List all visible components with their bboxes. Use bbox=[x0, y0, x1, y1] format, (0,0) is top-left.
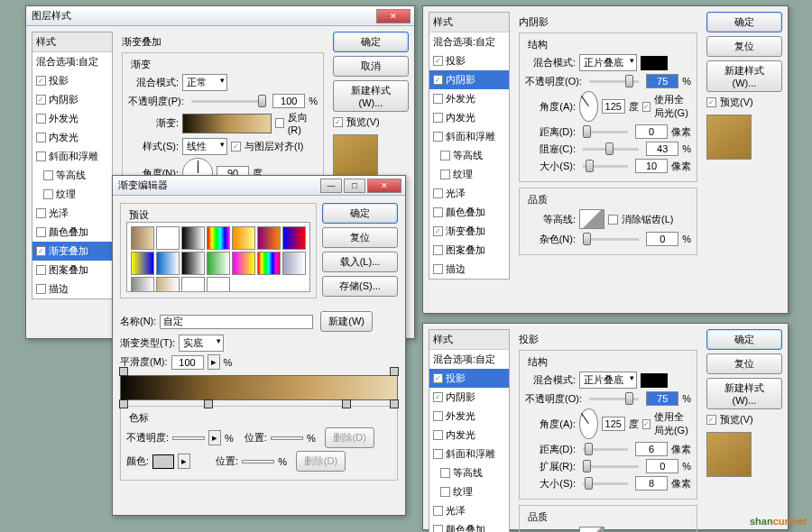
style-item[interactable]: 内发光 bbox=[429, 108, 509, 127]
preview-swatch bbox=[706, 432, 752, 477]
ok-button[interactable]: 确定 bbox=[706, 329, 782, 350]
gradient-preset[interactable] bbox=[257, 226, 281, 250]
cancel-button[interactable]: 取消 bbox=[333, 56, 409, 77]
style-select[interactable]: 线性 bbox=[182, 138, 227, 155]
style-item[interactable]: 光泽 bbox=[32, 204, 112, 223]
style-check[interactable] bbox=[36, 265, 46, 275]
style-check[interactable] bbox=[36, 76, 46, 86]
blend-options[interactable]: 混合选项:自定 bbox=[32, 52, 112, 71]
gradient-preset[interactable] bbox=[207, 252, 230, 275]
style-item[interactable]: 外发光 bbox=[429, 407, 509, 426]
gradient-bar[interactable] bbox=[120, 375, 398, 400]
gradient-preset[interactable] bbox=[181, 226, 205, 250]
style-check[interactable] bbox=[36, 151, 46, 161]
style-item[interactable]: 纹理 bbox=[429, 482, 509, 501]
style-item[interactable]: 投影 bbox=[429, 369, 509, 388]
style-item[interactable]: 内阴影 bbox=[429, 388, 509, 407]
style-item[interactable]: 渐变叠加 bbox=[32, 242, 112, 261]
opacity-input[interactable]: 100 bbox=[272, 94, 305, 108]
style-item[interactable]: 描边 bbox=[429, 260, 509, 279]
gradient-preset[interactable] bbox=[181, 277, 205, 292]
save-button[interactable]: 存储(S)... bbox=[322, 276, 398, 297]
style-item[interactable]: 渐变叠加 bbox=[429, 222, 509, 241]
style-item[interactable]: 光泽 bbox=[429, 184, 509, 203]
gradient-preset[interactable] bbox=[207, 226, 230, 250]
gradient-preset[interactable] bbox=[156, 226, 180, 250]
style-item[interactable]: 外发光 bbox=[32, 109, 112, 128]
style-check[interactable] bbox=[36, 246, 46, 256]
newstyle-button[interactable]: 新建样式(W)... bbox=[333, 80, 409, 112]
style-item[interactable]: 内发光 bbox=[429, 426, 509, 445]
contour-picker[interactable] bbox=[579, 209, 604, 229]
style-check[interactable] bbox=[36, 114, 46, 124]
style-item[interactable]: 内阴影 bbox=[32, 90, 112, 109]
blend-mode-select[interactable]: 正常 bbox=[182, 74, 227, 91]
titlebar[interactable]: 图层样式 ✕ bbox=[26, 6, 414, 26]
gradtype-select[interactable]: 实底 bbox=[179, 335, 224, 352]
style-item[interactable]: 纹理 bbox=[429, 165, 509, 184]
titlebar[interactable]: 渐变编辑器 —□✕ bbox=[113, 176, 405, 196]
style-item[interactable]: 斜面和浮雕 bbox=[429, 127, 509, 146]
style-item[interactable]: 颜色叠加 bbox=[429, 203, 509, 222]
gradient-preset[interactable] bbox=[156, 252, 180, 275]
reverse-check[interactable] bbox=[275, 118, 284, 128]
style-check[interactable] bbox=[43, 170, 53, 180]
gradient-preset[interactable] bbox=[131, 277, 154, 292]
style-item[interactable]: 内阴影 bbox=[429, 70, 509, 89]
style-check[interactable] bbox=[43, 189, 53, 199]
gradient-preset[interactable] bbox=[282, 226, 306, 250]
style-item[interactable]: 外发光 bbox=[429, 89, 509, 108]
new-button[interactable]: 新建(W) bbox=[320, 311, 373, 332]
minimize-icon[interactable]: — bbox=[320, 179, 342, 193]
style-check[interactable] bbox=[36, 227, 46, 237]
style-check[interactable] bbox=[36, 284, 46, 294]
close-icon[interactable]: ✕ bbox=[376, 9, 411, 23]
style-check[interactable] bbox=[36, 133, 46, 142]
gradient-preset[interactable] bbox=[207, 277, 230, 292]
preview-check[interactable] bbox=[333, 117, 343, 127]
style-item[interactable]: 投影 bbox=[429, 51, 509, 70]
style-item[interactable]: 图案叠加 bbox=[32, 261, 112, 280]
load-button[interactable]: 载入(L)... bbox=[322, 252, 398, 272]
style-item[interactable]: 描边 bbox=[32, 280, 112, 298]
style-item[interactable]: 图案叠加 bbox=[429, 241, 509, 260]
newstyle-button[interactable]: 新建样式(W)... bbox=[706, 60, 782, 92]
newstyle-button[interactable]: 新建样式(W)... bbox=[706, 378, 782, 409]
smooth-input[interactable]: 100 bbox=[171, 355, 204, 370]
color-swatch[interactable] bbox=[641, 56, 668, 70]
style-item[interactable]: 斜面和浮雕 bbox=[429, 445, 509, 463]
style-item[interactable]: 纹理 bbox=[32, 185, 112, 204]
style-item[interactable]: 颜色叠加 bbox=[429, 520, 509, 532]
align-check[interactable] bbox=[231, 142, 241, 151]
style-item[interactable]: 颜色叠加 bbox=[32, 223, 112, 242]
style-item[interactable]: 内发光 bbox=[32, 128, 112, 147]
gradient-picker[interactable] bbox=[182, 114, 272, 133]
reset-button[interactable]: 复位 bbox=[706, 353, 782, 374]
gradient-preset[interactable] bbox=[131, 252, 154, 275]
ok-button[interactable]: 确定 bbox=[322, 203, 398, 224]
style-check[interactable] bbox=[36, 208, 46, 218]
blend-select[interactable]: 正片叠底 bbox=[579, 54, 637, 71]
style-check[interactable] bbox=[36, 95, 46, 105]
ok-button[interactable]: 确定 bbox=[333, 32, 409, 52]
reset-button[interactable]: 复位 bbox=[322, 227, 398, 248]
style-item[interactable]: 等高线 bbox=[429, 463, 509, 482]
name-input[interactable] bbox=[160, 315, 313, 329]
gradient-preset[interactable] bbox=[232, 252, 255, 275]
maximize-icon[interactable]: □ bbox=[344, 179, 365, 193]
gradient-preset[interactable] bbox=[156, 277, 180, 292]
style-item[interactable]: 投影 bbox=[32, 71, 112, 90]
style-item[interactable]: 等高线 bbox=[32, 166, 112, 185]
gradient-preset[interactable] bbox=[181, 252, 205, 275]
style-item[interactable]: 斜面和浮雕 bbox=[32, 147, 112, 166]
gradient-preset[interactable] bbox=[282, 252, 306, 275]
ok-button[interactable]: 确定 bbox=[706, 12, 782, 32]
gradient-preset[interactable] bbox=[232, 226, 255, 250]
opacity-slider[interactable] bbox=[191, 100, 265, 103]
close-icon[interactable]: ✕ bbox=[367, 179, 401, 193]
reset-button[interactable]: 复位 bbox=[706, 36, 782, 57]
gradient-preset[interactable] bbox=[131, 226, 154, 250]
style-item[interactable]: 光泽 bbox=[429, 501, 509, 520]
style-item[interactable]: 等高线 bbox=[429, 146, 509, 165]
gradient-preset[interactable] bbox=[257, 252, 281, 275]
